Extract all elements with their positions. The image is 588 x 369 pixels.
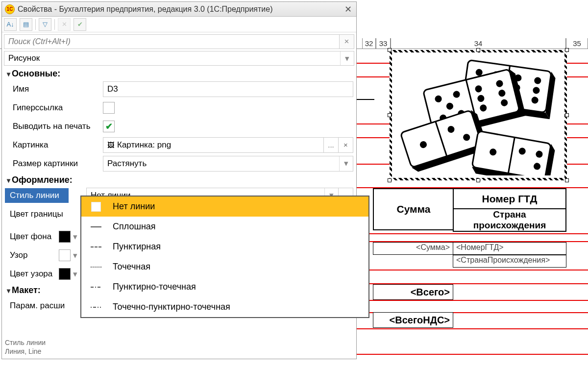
header-cell-country[interactable]: Страна происхождения	[453, 208, 566, 232]
properties-toolbar: A↓ ▤ ▽ ✕ ✔	[2, 17, 356, 32]
prop-name-input[interactable]	[103, 81, 353, 97]
categories-button[interactable]: ▤	[20, 18, 32, 31]
clear-search-button[interactable]: ×	[340, 34, 354, 49]
search-row: ×	[4, 34, 354, 49]
properties-dialog: 1C Свойства - Бухгалтерия предприятия, р…	[1, 1, 357, 359]
data-cell-country[interactable]: <СтранаПроисхождения>	[453, 255, 566, 268]
prop-picture-size: Размер картинки Растянуть▾	[5, 155, 353, 172]
ruler-col-32[interactable]: 32	[362, 38, 376, 49]
picture-clear-button[interactable]: ×	[339, 137, 353, 153]
prop-bg-color-label: Цвет фона	[5, 232, 59, 242]
prop-print: Выводить на печать ✔	[5, 118, 353, 135]
section-design[interactable]: ▾Оформление:	[5, 175, 353, 185]
dropdown-item-dashdot[interactable]: Пунктирно-точечная	[81, 277, 368, 297]
prop-param-ext-label: Парам. расши	[5, 301, 74, 311]
prop-picture-label: Картинка	[5, 140, 103, 150]
ruler-col-34[interactable]: 34	[391, 38, 566, 49]
prop-print-label: Выводить на печать	[5, 122, 103, 131]
prop-picture: Картинка 🖼Картинка: png ... ×	[5, 137, 353, 153]
dropdown-item-none[interactable]: Нет линии	[81, 197, 368, 217]
bg-color-swatch[interactable]	[59, 231, 71, 243]
header-cell-sum[interactable]: Сумма	[373, 188, 453, 230]
resize-handle[interactable]	[476, 178, 480, 182]
domino-image	[394, 55, 562, 175]
picture-size-select[interactable]: Растянуть▾	[103, 156, 353, 172]
dialog-titlebar[interactable]: 1C Свойства - Бухгалтерия предприятия, р…	[2, 2, 356, 17]
data-cell-gtd[interactable]: <НомерГТД>	[453, 242, 566, 255]
chevron-down-icon[interactable]: ▾	[71, 232, 79, 242]
prop-border-color-label: Цвет границы	[5, 209, 69, 219]
dialog-title: Свойства - Бухгалтерия предприятия, реда…	[18, 5, 273, 14]
picture-browse-button[interactable]: ...	[324, 137, 339, 153]
cell-total-nds[interactable]: <ВсегоНДС>	[373, 312, 453, 328]
data-cell-sum[interactable]: <Сумма>	[373, 242, 453, 255]
prop-name: Имя	[5, 81, 353, 98]
filter-button[interactable]: ▽	[39, 18, 51, 31]
chevron-down-icon: ▾	[339, 156, 353, 171]
prop-name-label: Имя	[5, 84, 103, 94]
line-style-dropdown: Нет линии Сплошная Пунктирная Точечная П…	[80, 196, 369, 318]
search-input[interactable]	[4, 34, 340, 49]
resize-handle[interactable]	[388, 178, 392, 182]
prop-picture-size-label: Размер картинки	[5, 159, 103, 169]
resize-handle[interactable]	[476, 48, 480, 52]
ruler-col-35[interactable]: 35	[566, 38, 588, 49]
print-checkbox[interactable]: ✔	[103, 121, 115, 132]
dropdown-item-dashed[interactable]: Пунктирная	[81, 237, 368, 257]
chevron-down-icon[interactable]: ▾	[71, 250, 79, 261]
resize-handle[interactable]	[388, 113, 392, 117]
resize-handle[interactable]	[565, 48, 569, 52]
sort-button[interactable]: A↓	[4, 18, 17, 31]
prop-line-style-label: Стиль линии	[5, 188, 69, 203]
close-icon[interactable]: ✕	[343, 4, 353, 15]
resize-handle[interactable]	[388, 48, 392, 52]
picture-field[interactable]: 🖼Картинка: png	[103, 137, 324, 153]
picture-object-selected[interactable]	[390, 50, 567, 180]
section-main[interactable]: ▾Основные:	[5, 69, 353, 79]
pattern-color-swatch[interactable]	[59, 268, 71, 280]
hyperlink-checkbox[interactable]	[103, 102, 115, 114]
prop-pattern-label: Узор	[5, 250, 59, 260]
prop-hyperlink-label: Гиперссылка	[5, 103, 103, 113]
property-description: Стиль линии Линия, Line	[5, 338, 46, 356]
header-cell-gtd[interactable]: Номер ГТД	[453, 188, 566, 209]
ruler-col-33[interactable]: 33	[376, 38, 391, 49]
prop-hyperlink: Гиперссылка	[5, 99, 353, 116]
dropdown-item-dotdashdot[interactable]: Точечно-пунктирно-точечная	[81, 297, 368, 317]
resize-handle[interactable]	[565, 178, 569, 182]
app-logo-icon: 1C	[5, 4, 15, 14]
resize-handle[interactable]	[565, 113, 569, 117]
pattern-swatch[interactable]	[59, 249, 71, 261]
chevron-down-icon[interactable]: ▾	[71, 269, 79, 279]
cell-total[interactable]: <Всего>	[373, 284, 453, 300]
dropdown-item-solid[interactable]: Сплошная	[81, 217, 368, 237]
delete-button: ✕	[58, 18, 71, 31]
chevron-down-icon: ▾	[340, 51, 354, 65]
dropdown-item-dotted[interactable]: Точечная	[81, 257, 368, 277]
prop-pattern-color-label: Цвет узора	[5, 269, 59, 279]
object-type-combo[interactable]: Рисунок ▾	[4, 51, 354, 66]
apply-button[interactable]: ✔	[74, 18, 86, 31]
